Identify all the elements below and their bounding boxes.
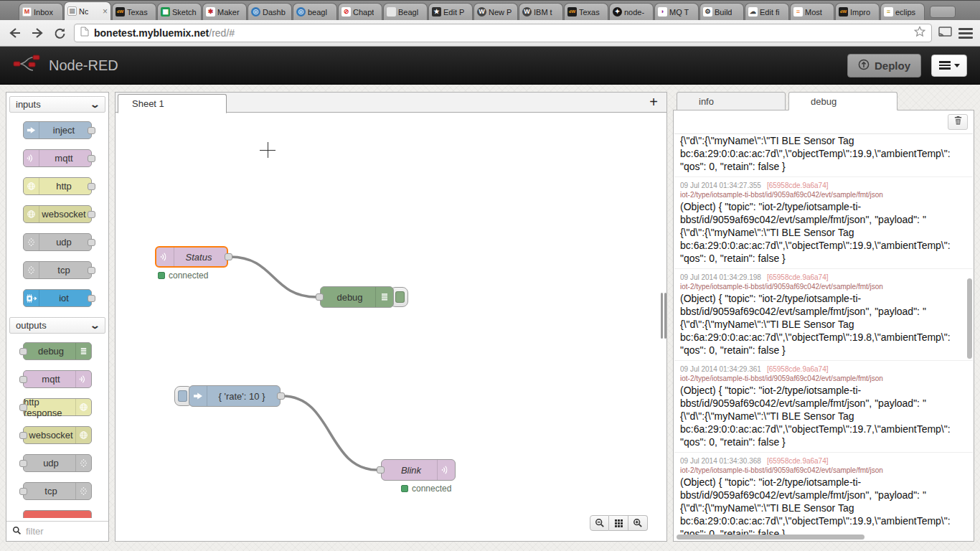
sidebar-tab-info[interactable]: info [677,92,786,110]
wire [283,396,377,470]
palette-node-mqtt[interactable]: mqtt [23,370,92,388]
browser-tab-edit-fi[interactable]: ☁Edit fi [745,3,789,20]
browser-tab-beagl[interactable]: Beagl [383,3,428,20]
status-dot [401,485,408,492]
browser-tab-beagl[interactable]: ◎beagl [293,3,337,20]
flow-node-status[interactable]: Status connected [155,246,228,268]
palette-filter-input[interactable] [26,526,98,537]
canvas-area[interactable]: Status connected debug [116,113,666,541]
forward-button[interactable] [29,25,45,41]
palette-node-inject[interactable]: inject [23,121,92,139]
palette-section-inputs[interactable]: inputs⌄ [9,96,105,113]
output-port[interactable] [225,253,232,260]
flow-node-debug[interactable]: debug [320,286,394,308]
browser-menu-button[interactable] [958,28,973,39]
wordpress-icon: W [522,7,532,17]
browser-tab-inbox[interactable]: MInbox [19,3,63,20]
message-body: (Object) { "topic": "iot-2/type/iotsampl… [680,133,967,173]
palette-node-label: tcp [44,486,57,496]
browser-tab-dashb[interactable]: ◎Dashb [248,3,292,20]
back-button[interactable] [7,25,23,41]
palette-node-iot[interactable]: iot [23,289,92,307]
sheet-tab[interactable]: Sheet 1 [118,94,227,113]
new-tab-button[interactable] [930,6,956,18]
palette-node-label: udp [43,458,59,468]
sheet-tab-bar: Sheet 1 + [116,93,666,113]
browser-tab-mq-t[interactable]: ◗MQ T [654,3,699,20]
zoom-out-button[interactable] [590,515,609,531]
browser-tab-texas[interactable]: dWTexas [564,3,608,20]
palette-node-http[interactable]: http [23,177,92,195]
browser-tab-new-p[interactable]: WNew P [473,3,518,20]
sidebar-tab-debug[interactable]: debug [788,92,897,110]
browser-tab-texas[interactable]: dWTexas [112,3,156,20]
tab-title: New P [489,8,512,17]
tab-title: Nc [79,7,88,16]
vertical-scrollbar[interactable] [967,278,972,359]
star-box-icon: ★ [432,7,441,17]
debug-message: 09 Jul 2014 01:34:29.198[65958cde.9a6a74… [674,269,973,361]
nodered-header: Node-RED Deploy [0,47,980,85]
palette-node-mqtt[interactable]: mqtt [23,149,92,167]
stackoverflow-icon: ≡ [793,7,803,17]
dots-icon [24,234,39,250]
address-bar[interactable]: bonetest.mybluemix.net/red/# [74,24,932,42]
flow-node-inject[interactable]: { 'rate': 10 } [189,385,281,407]
sidebar-resize-handle[interactable] [661,293,667,339]
hamburger-icon [939,61,951,70]
message-node-id: [65958cde.9a6a74] [767,365,829,373]
reload-button[interactable] [52,25,67,41]
browser-tab-maker[interactable]: ✱Maker [202,3,247,20]
tab-title: Texas [127,8,148,17]
nodered-menu-button[interactable] [931,55,967,77]
palette-node-http-response[interactable]: http response [23,398,92,416]
input-port[interactable] [316,293,324,301]
palette-node-tcp[interactable]: tcp [23,482,92,500]
message-node-id: [65958cde.9a6a74] [767,273,829,281]
input-port [19,348,27,355]
maker-icon: ✱ [206,7,215,17]
browser-tab-impro[interactable]: dWImpro [835,3,880,20]
palette-node-websocket[interactable]: websocket [23,205,92,223]
browser-tab-sketch[interactable]: ▦Sketch [157,3,202,20]
horizontal-scrollbar[interactable] [677,534,864,540]
dw-icon: dW [567,7,577,17]
browser-tab-node-[interactable]: ✦node- [609,3,654,20]
output-port[interactable] [277,392,285,400]
globe-icon [75,427,91,443]
palette-section-outputs[interactable]: outputs⌄ [9,317,105,334]
palette-node-label: http response [24,397,78,418]
node-palette: inputs⌄injectmqtthttpwebsocketudptcpioto… [6,92,109,542]
browser-tab-ibm-t[interactable]: WIBM t [519,3,563,20]
input-port[interactable] [377,466,385,474]
cast-icon[interactable] [938,27,952,40]
zoom-in-button[interactable] [628,515,648,531]
tab-close-button[interactable]: × [103,7,108,16]
zoom-reset-button[interactable] [609,515,628,531]
browser-tab-edit-p[interactable]: ★Edit P [428,3,473,20]
wifi-icon [75,371,91,387]
clear-debug-button[interactable] [948,114,968,130]
flow-node-blink[interactable]: Blink connected [381,459,456,481]
browser-tab-eclips[interactable]: ≡eclips [880,3,925,20]
palette-node-debug[interactable]: debug [23,342,92,360]
deploy-button[interactable]: Deploy [847,54,921,77]
add-sheet-button[interactable]: + [645,93,662,110]
palette-node-udp[interactable]: udp [23,454,92,472]
gmail-icon: M [22,7,32,17]
status-label: connected [412,484,451,494]
tab-title: Sketch [172,8,197,17]
browser-tab-chapt[interactable]: ⊘Chapt [338,3,382,20]
palette-node-tcp[interactable]: tcp [23,261,92,279]
palette-node-websocket[interactable]: websocket [23,426,92,444]
wifi-icon [437,460,455,480]
browser-tab-most[interactable]: ≡Most [790,3,834,20]
bookmark-star-icon[interactable] [914,26,925,40]
mqtt-icon: ◗ [658,7,667,17]
app-title: Node-RED [49,57,118,74]
browser-tab-build[interactable]: ⚙Build [699,3,744,20]
tab-title: MQ T [669,8,689,17]
palette-node-partial[interactable] [23,510,92,518]
palette-node-udp[interactable]: udp [23,233,92,251]
browser-tab-nc[interactable]: ▤Nc× [64,1,111,20]
